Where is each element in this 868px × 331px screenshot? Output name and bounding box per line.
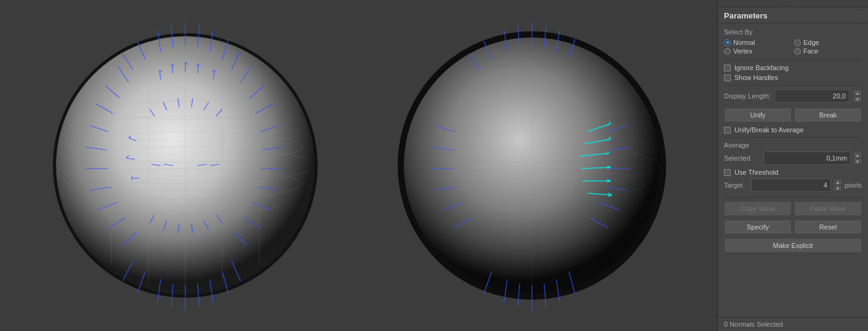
display-length-input[interactable] bbox=[774, 89, 850, 103]
paste-value-button[interactable]: Paste Value bbox=[794, 201, 862, 216]
unify-break-avg-checkbox[interactable] bbox=[724, 127, 731, 134]
specify-reset-row: Specify Reset bbox=[724, 220, 862, 234]
radio-vertex-row[interactable]: Vertex bbox=[724, 47, 792, 55]
divider-3 bbox=[724, 137, 862, 138]
use-threshold-row[interactable]: Use Threshold bbox=[724, 169, 862, 176]
radio-face-dot[interactable] bbox=[794, 48, 801, 55]
left-sphere-container bbox=[38, 18, 333, 313]
use-threshold-label: Use Threshold bbox=[734, 169, 778, 176]
target-down[interactable]: ▼ bbox=[834, 185, 842, 191]
target-input[interactable] bbox=[751, 178, 831, 192]
status-label: 0 Normals Selected bbox=[724, 321, 783, 328]
right-sphere-svg bbox=[384, 18, 680, 313]
selected-down[interactable]: ▼ bbox=[853, 158, 862, 164]
show-handles-label: Show Handles bbox=[734, 74, 778, 81]
radio-vertex-dot[interactable] bbox=[724, 48, 731, 55]
use-threshold-checkbox[interactable] bbox=[724, 169, 731, 176]
copy-paste-row: Copy Value Paste Value bbox=[724, 201, 862, 216]
display-length-spinner[interactable]: ▲ ▼ bbox=[853, 90, 862, 102]
selected-spinner[interactable]: ▲ ▼ bbox=[853, 152, 862, 164]
unify-break-avg-label: Unify/Break to Average bbox=[734, 126, 803, 134]
panel-header: Parameters · · bbox=[718, 7, 868, 23]
radio-face-label: Face bbox=[803, 47, 818, 55]
display-length-up[interactable]: ▲ bbox=[853, 90, 862, 96]
divider-1 bbox=[724, 60, 862, 60]
ignore-backfacing-row[interactable]: Ignore Backfacing bbox=[724, 64, 862, 71]
average-section-label: Average bbox=[724, 142, 862, 149]
radio-edge-row[interactable]: Edge bbox=[794, 39, 862, 46]
copy-value-button[interactable]: Copy Value bbox=[724, 201, 792, 216]
status-bar: 0 Normals Selected bbox=[718, 317, 868, 331]
make-explicit-row: Make Explicit bbox=[724, 238, 862, 253]
make-explicit-button[interactable]: Make Explicit bbox=[724, 238, 862, 253]
select-by-label: Select By bbox=[724, 28, 862, 36]
panel-title: Parameters bbox=[724, 11, 768, 20]
radio-face-row[interactable]: Face bbox=[794, 47, 862, 55]
viewport bbox=[0, 0, 717, 331]
divider-2 bbox=[724, 85, 862, 86]
drag-handle-dots: · · · · · bbox=[781, 1, 805, 6]
target-label: Target bbox=[724, 181, 749, 189]
left-sphere-svg bbox=[38, 18, 333, 313]
reset-button[interactable]: Reset bbox=[794, 220, 862, 234]
radio-vertex-label: Vertex bbox=[733, 47, 752, 55]
radio-normal-dot[interactable] bbox=[724, 39, 731, 46]
unify-button[interactable]: Unify bbox=[724, 108, 792, 122]
unify-break-avg-row[interactable]: Unify/Break to Average bbox=[724, 126, 862, 134]
show-handles-checkbox[interactable] bbox=[724, 74, 731, 81]
selected-value-input[interactable] bbox=[763, 151, 851, 165]
target-row: Target ▲ ▼ pixels bbox=[724, 178, 862, 192]
panel-content: Select By Normal Edge Vertex Face Ig bbox=[718, 23, 868, 317]
radio-edge-dot[interactable] bbox=[794, 39, 801, 46]
radio-edge-label: Edge bbox=[803, 39, 819, 46]
panel-drag-handle[interactable]: · · · · · bbox=[718, 0, 868, 7]
pixels-label: pixels bbox=[845, 181, 862, 189]
radio-normal-label: Normal bbox=[733, 39, 755, 46]
selected-row: Selected ▲ ▼ bbox=[724, 151, 862, 165]
display-length-down[interactable]: ▼ bbox=[853, 96, 862, 102]
radio-normal-row[interactable]: Normal bbox=[724, 39, 792, 46]
unify-break-row: Unify Break bbox=[724, 108, 862, 122]
display-length-row: Display Length: ▲ ▼ bbox=[724, 89, 862, 103]
right-panel: · · · · · Parameters · · Select By Norma… bbox=[717, 0, 868, 331]
ignore-backfacing-checkbox[interactable] bbox=[724, 65, 731, 71]
display-length-label: Display Length: bbox=[724, 92, 771, 100]
specify-button[interactable]: Specify bbox=[724, 220, 792, 234]
selected-up[interactable]: ▲ bbox=[853, 152, 862, 158]
ignore-backfacing-label: Ignore Backfacing bbox=[734, 64, 789, 71]
show-handles-row[interactable]: Show Handles bbox=[724, 74, 862, 81]
right-sphere-container bbox=[384, 18, 680, 313]
target-up[interactable]: ▲ bbox=[834, 179, 842, 185]
panel-options-dots[interactable]: · · bbox=[857, 12, 862, 19]
selected-field-label: Selected bbox=[724, 154, 761, 162]
break-button[interactable]: Break bbox=[794, 108, 862, 122]
target-spinner[interactable]: ▲ ▼ bbox=[834, 179, 842, 191]
divider-4 bbox=[724, 197, 862, 197]
select-by-radio-group: Normal Edge Vertex Face bbox=[724, 39, 862, 55]
